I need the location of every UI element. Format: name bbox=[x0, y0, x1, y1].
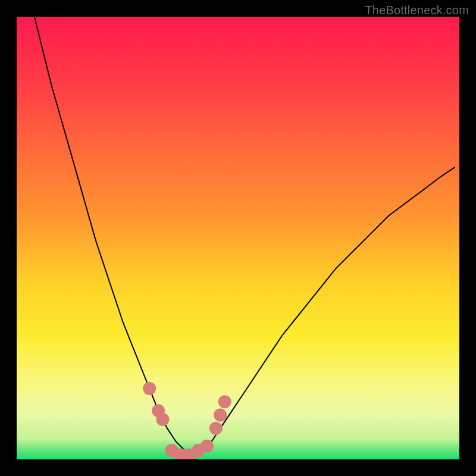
plot-area bbox=[17, 17, 459, 459]
watermark-text: TheBottleneck.com bbox=[365, 4, 469, 17]
curve-marker bbox=[156, 413, 170, 426]
curve-marker bbox=[143, 382, 156, 395]
chart-frame: TheBottleneck.com bbox=[0, 0, 476, 476]
curve-marker bbox=[209, 422, 223, 435]
curve-marker bbox=[218, 395, 231, 408]
curve-markers bbox=[143, 382, 231, 459]
left-curve bbox=[35, 17, 194, 455]
right-curve bbox=[194, 167, 455, 455]
curve-layer bbox=[17, 17, 459, 459]
curve-marker bbox=[214, 409, 227, 422]
curve-marker bbox=[201, 440, 214, 453]
